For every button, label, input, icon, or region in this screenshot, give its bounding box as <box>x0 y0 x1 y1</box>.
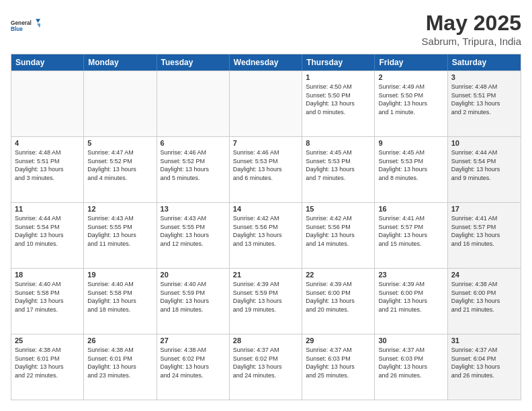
calendar-cell: 27Sunrise: 4:38 AMSunset: 6:02 PMDayligh… <box>157 334 230 400</box>
day-number: 1 <box>306 73 371 81</box>
page: General Blue May 2025 Sabrum, Tripura, I… <box>0 0 532 411</box>
calendar-cell: 23Sunrise: 4:39 AMSunset: 6:00 PMDayligh… <box>375 269 447 334</box>
calendar-row: 25Sunrise: 4:38 AMSunset: 6:01 PMDayligh… <box>11 334 521 400</box>
day-number: 25 <box>15 336 80 345</box>
day-number: 26 <box>87 336 152 345</box>
calendar-cell: 14Sunrise: 4:42 AMSunset: 5:56 PMDayligh… <box>230 203 302 268</box>
cell-details: Sunrise: 4:40 AMSunset: 5:59 PMDaylight:… <box>161 280 226 314</box>
cell-details: Sunrise: 4:43 AMSunset: 5:55 PMDaylight:… <box>87 214 152 248</box>
cell-details: Sunrise: 4:44 AMSunset: 5:54 PMDaylight:… <box>15 214 80 248</box>
calendar-cell: 3Sunrise: 4:48 AMSunset: 5:51 PMDaylight… <box>448 71 521 136</box>
cell-details: Sunrise: 4:46 AMSunset: 5:52 PMDaylight:… <box>161 148 226 182</box>
weekday-header: Saturday <box>448 54 521 71</box>
cell-details: Sunrise: 4:37 AMSunset: 6:03 PMDaylight:… <box>306 346 371 379</box>
cell-details: Sunrise: 4:45 AMSunset: 5:53 PMDaylight:… <box>378 148 443 182</box>
calendar-cell: 12Sunrise: 4:43 AMSunset: 5:55 PMDayligh… <box>84 203 157 268</box>
calendar-header: SundayMondayTuesdayWednesdayThursdayFrid… <box>11 54 521 71</box>
calendar-cell <box>157 71 230 136</box>
day-number: 21 <box>233 271 298 279</box>
calendar-body: 1Sunrise: 4:50 AMSunset: 5:50 PMDaylight… <box>11 71 521 400</box>
day-number: 28 <box>233 336 298 345</box>
cell-details: Sunrise: 4:37 AMSunset: 6:04 PMDaylight:… <box>451 346 517 379</box>
weekday-header: Thursday <box>302 54 375 71</box>
day-number: 5 <box>87 139 152 147</box>
calendar-row: 4Sunrise: 4:48 AMSunset: 5:51 PMDaylight… <box>11 136 521 202</box>
svg-marker-2 <box>36 19 40 23</box>
header: General Blue May 2025 Sabrum, Tripura, I… <box>11 11 521 47</box>
calendar-cell: 15Sunrise: 4:42 AMSunset: 5:56 PMDayligh… <box>302 203 375 268</box>
day-number: 18 <box>15 271 80 279</box>
calendar-cell <box>11 71 84 136</box>
calendar-cell <box>84 71 157 136</box>
calendar-cell: 10Sunrise: 4:44 AMSunset: 5:54 PMDayligh… <box>448 137 521 202</box>
calendar-cell: 18Sunrise: 4:40 AMSunset: 5:58 PMDayligh… <box>11 269 84 334</box>
cell-details: Sunrise: 4:43 AMSunset: 5:55 PMDaylight:… <box>161 214 226 248</box>
cell-details: Sunrise: 4:48 AMSunset: 5:51 PMDaylight:… <box>15 148 80 182</box>
cell-details: Sunrise: 4:47 AMSunset: 5:52 PMDaylight:… <box>87 148 152 182</box>
cell-details: Sunrise: 4:42 AMSunset: 5:56 PMDaylight:… <box>233 214 298 248</box>
month-title: May 2025 <box>422 11 521 36</box>
cell-details: Sunrise: 4:39 AMSunset: 6:00 PMDaylight:… <box>378 280 443 314</box>
day-number: 13 <box>161 205 226 213</box>
calendar-cell: 31Sunrise: 4:37 AMSunset: 6:04 PMDayligh… <box>448 334 521 400</box>
cell-details: Sunrise: 4:38 AMSunset: 6:02 PMDaylight:… <box>161 346 226 379</box>
day-number: 19 <box>87 271 152 279</box>
day-number: 6 <box>161 139 226 147</box>
cell-details: Sunrise: 4:39 AMSunset: 5:59 PMDaylight:… <box>233 280 298 314</box>
day-number: 12 <box>87 205 152 213</box>
weekday-header: Monday <box>84 54 157 71</box>
day-number: 30 <box>378 336 443 345</box>
calendar-cell: 20Sunrise: 4:40 AMSunset: 5:59 PMDayligh… <box>157 269 230 334</box>
calendar-cell <box>230 71 302 136</box>
calendar-cell: 25Sunrise: 4:38 AMSunset: 6:01 PMDayligh… <box>11 334 84 400</box>
cell-details: Sunrise: 4:50 AMSunset: 5:50 PMDaylight:… <box>306 83 371 116</box>
day-number: 8 <box>306 139 371 147</box>
svg-text:Blue: Blue <box>11 26 23 32</box>
cell-details: Sunrise: 4:39 AMSunset: 6:00 PMDaylight:… <box>306 280 371 314</box>
cell-details: Sunrise: 4:38 AMSunset: 6:01 PMDaylight:… <box>15 346 80 379</box>
day-number: 29 <box>306 336 371 345</box>
day-number: 16 <box>378 205 443 213</box>
calendar-cell: 21Sunrise: 4:39 AMSunset: 5:59 PMDayligh… <box>230 269 302 334</box>
calendar-cell: 11Sunrise: 4:44 AMSunset: 5:54 PMDayligh… <box>11 203 84 268</box>
calendar-cell: 22Sunrise: 4:39 AMSunset: 6:00 PMDayligh… <box>302 269 375 334</box>
weekday-header: Friday <box>375 54 447 71</box>
day-number: 9 <box>378 139 443 147</box>
cell-details: Sunrise: 4:38 AMSunset: 6:00 PMDaylight:… <box>451 280 517 314</box>
day-number: 10 <box>451 139 517 147</box>
calendar: SundayMondayTuesdayWednesdayThursdayFrid… <box>11 54 521 400</box>
day-number: 2 <box>378 73 443 81</box>
cell-details: Sunrise: 4:45 AMSunset: 5:53 PMDaylight:… <box>306 148 371 182</box>
cell-details: Sunrise: 4:41 AMSunset: 5:57 PMDaylight:… <box>451 214 517 248</box>
day-number: 31 <box>451 336 517 345</box>
calendar-cell: 13Sunrise: 4:43 AMSunset: 5:55 PMDayligh… <box>157 203 230 268</box>
calendar-cell: 29Sunrise: 4:37 AMSunset: 6:03 PMDayligh… <box>302 334 375 400</box>
calendar-cell: 9Sunrise: 4:45 AMSunset: 5:53 PMDaylight… <box>375 137 447 202</box>
logo: General Blue <box>11 11 40 40</box>
calendar-cell: 17Sunrise: 4:41 AMSunset: 5:57 PMDayligh… <box>448 203 521 268</box>
cell-details: Sunrise: 4:48 AMSunset: 5:51 PMDaylight:… <box>451 83 517 116</box>
weekday-header: Sunday <box>11 54 84 71</box>
cell-details: Sunrise: 4:49 AMSunset: 5:50 PMDaylight:… <box>378 83 443 116</box>
calendar-cell: 19Sunrise: 4:40 AMSunset: 5:58 PMDayligh… <box>84 269 157 334</box>
logo-icon: General Blue <box>11 11 40 40</box>
calendar-cell: 24Sunrise: 4:38 AMSunset: 6:00 PMDayligh… <box>448 269 521 334</box>
weekday-header: Wednesday <box>230 54 302 71</box>
cell-details: Sunrise: 4:40 AMSunset: 5:58 PMDaylight:… <box>15 280 80 314</box>
day-number: 23 <box>378 271 443 279</box>
weekday-header: Tuesday <box>157 54 230 71</box>
day-number: 20 <box>161 271 226 279</box>
calendar-cell: 8Sunrise: 4:45 AMSunset: 5:53 PMDaylight… <box>302 137 375 202</box>
calendar-cell: 30Sunrise: 4:37 AMSunset: 6:03 PMDayligh… <box>375 334 447 400</box>
cell-details: Sunrise: 4:46 AMSunset: 5:53 PMDaylight:… <box>233 148 298 182</box>
title-block: May 2025 Sabrum, Tripura, India <box>422 11 521 47</box>
calendar-cell: 7Sunrise: 4:46 AMSunset: 5:53 PMDaylight… <box>230 137 302 202</box>
calendar-cell: 28Sunrise: 4:37 AMSunset: 6:02 PMDayligh… <box>230 334 302 400</box>
day-number: 3 <box>451 73 517 81</box>
calendar-cell: 4Sunrise: 4:48 AMSunset: 5:51 PMDaylight… <box>11 137 84 202</box>
calendar-cell: 5Sunrise: 4:47 AMSunset: 5:52 PMDaylight… <box>84 137 157 202</box>
day-number: 27 <box>161 336 226 345</box>
cell-details: Sunrise: 4:44 AMSunset: 5:54 PMDaylight:… <box>451 148 517 182</box>
cell-details: Sunrise: 4:40 AMSunset: 5:58 PMDaylight:… <box>87 280 152 314</box>
calendar-row: 11Sunrise: 4:44 AMSunset: 5:54 PMDayligh… <box>11 202 521 268</box>
